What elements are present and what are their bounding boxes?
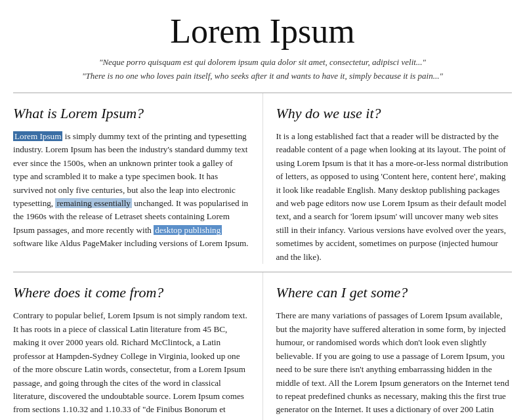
section-where-from: Where does it come from? Contrary to pop…	[0, 272, 262, 420]
highlight-desktop-publishing: desktop publishing	[154, 225, 222, 235]
highlight-remaining: remaining essentially	[55, 198, 131, 208]
section-what-body: Lorem Ipsum is simply dummy text of the …	[13, 130, 249, 251]
section-why: Why do we use it? It is a long establish…	[262, 93, 526, 264]
page-title: Lorem Ipsum	[0, 0, 525, 56]
section-why-body: It is a long established fact that a rea…	[276, 130, 513, 264]
subtitle-line1: "Neque porro quisquam est qui dolorem ip…	[0, 56, 525, 70]
subtitle-line2: "There is no one who loves pain itself, …	[0, 70, 525, 83]
section1-text-end: software like Aldus PageMaker including …	[13, 238, 249, 248]
top-columns: What is Lorem Ipsum? Lorem Ipsum is simp…	[0, 93, 525, 264]
section1-text-before: is simply dummy text of the printing and…	[13, 131, 248, 208]
section-what-title: What is Lorem Ipsum?	[13, 102, 249, 125]
section-where-get: Where can I get some? There are many var…	[262, 272, 526, 420]
highlight-lorem-ipsum: Lorem Ipsum	[13, 131, 62, 141]
bottom-columns: Where does it come from? Contrary to pop…	[0, 272, 525, 420]
section-what: What is Lorem Ipsum? Lorem Ipsum is simp…	[0, 93, 262, 264]
section-where-get-title: Where can I get some?	[276, 282, 513, 304]
section-where-from-title: Where does it come from?	[13, 282, 249, 304]
subtitle-block: "Neque porro quisquam est qui dolorem ip…	[0, 56, 525, 93]
section-where-from-body: Contrary to popular belief, Lorem Ipsum …	[13, 309, 249, 420]
section-where-get-body: There are many variations of passages of…	[276, 309, 513, 420]
section-why-title: Why do we use it?	[276, 102, 513, 125]
